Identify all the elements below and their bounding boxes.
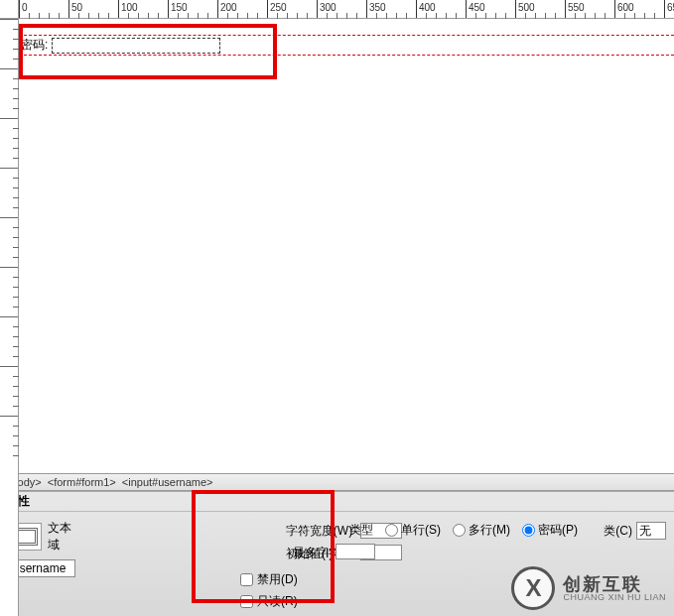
disabled-label: 禁用(D) [257, 571, 298, 588]
tag-selector-bar[interactable]: <body> <form#form1> <input#username> [0, 473, 674, 491]
properties-header: 属性 [0, 492, 674, 512]
design-canvas[interactable]: 密码: [19, 19, 674, 471]
field-label-password: 密码: [21, 37, 48, 54]
type-radio-single[interactable]: 单行(S) [385, 522, 441, 539]
init-value-input[interactable] [336, 544, 375, 559]
breadcrumb-form[interactable]: <form#form1> [45, 475, 119, 489]
ruler-vertical[interactable] [0, 19, 19, 616]
type-radio-multi[interactable]: 多行(M) [453, 522, 510, 539]
init-value-label: 初始值(I) [286, 546, 333, 562]
type-label: 类型 [349, 522, 373, 539]
type-radio-password[interactable]: 密码(P) [522, 522, 578, 539]
char-width-label: 字符宽度(W) [89, 523, 354, 540]
breadcrumb-input[interactable]: <input#username> [119, 475, 216, 489]
readonly-label: 只读(R) [257, 593, 298, 610]
logo-circle-icon: X [511, 566, 555, 610]
text-field-type-label: 文本域 [48, 520, 79, 554]
watermark-logo: X 创新互联 CHUANG XIN HU LIAN [511, 566, 666, 610]
ruler-corner [0, 0, 19, 19]
class-label: 类(C) [604, 523, 632, 540]
table-row-guide-top [19, 35, 674, 36]
ruler-horizontal[interactable]: 050100150200250300350400450500550600650 [19, 0, 674, 19]
watermark-cn: 创新互联 [563, 575, 666, 593]
logo-glyph: X [525, 574, 541, 602]
watermark-en: CHUANG XIN HU LIAN [563, 593, 666, 602]
class-select[interactable]: 无 [636, 522, 666, 540]
element-id-input[interactable] [10, 559, 75, 577]
disabled-checkbox[interactable] [240, 573, 253, 586]
password-input-field[interactable] [52, 38, 220, 54]
readonly-checkbox[interactable] [240, 595, 253, 608]
table-row-guide-bottom [19, 55, 674, 56]
